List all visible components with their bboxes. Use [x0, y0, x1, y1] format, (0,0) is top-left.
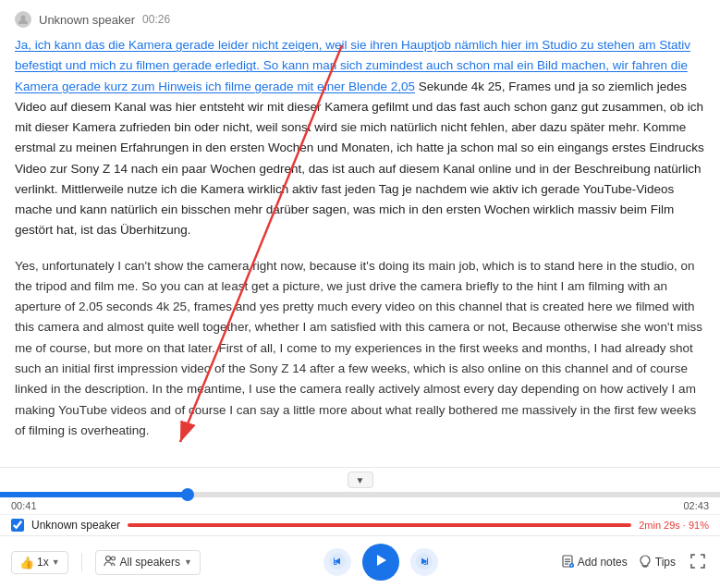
speakers-label: All speakers [120, 556, 180, 569]
speakers-button[interactable]: All speakers ▼ [95, 550, 201, 575]
speaker-checkbox[interactable] [11, 519, 24, 532]
add-notes-label: Add notes [578, 556, 628, 569]
svg-point-3 [105, 556, 110, 560]
speed-label: 1x [37, 556, 49, 569]
speaker-time: 00:26 [142, 13, 170, 26]
divider [81, 553, 82, 571]
speaker-track-bar [128, 523, 631, 527]
speed-button[interactable]: 👍 1x ▼ [11, 551, 68, 574]
chevron-down-icon: ▼ [356, 475, 365, 485]
transcript-de: Ja, ich kann das die Kamera gerade leide… [15, 35, 705, 241]
play-button[interactable] [362, 544, 399, 581]
add-notes-button[interactable]: + Add notes [561, 555, 628, 570]
speaker-track-stats: 2min 29s · 91% [639, 520, 709, 531]
speaker-track-name: Unknown speaker [31, 519, 120, 532]
collapse-button[interactable]: ▼ [348, 472, 373, 488]
progress-bar[interactable] [0, 492, 720, 497]
svg-text:+: + [570, 563, 573, 568]
rewind-icon: 3 [328, 552, 347, 573]
forward-icon: 3 [415, 552, 433, 573]
center-controls: 3 3 [201, 544, 561, 581]
time-labels: 00:41 02:43 [0, 497, 720, 514]
tips-label: Tips [655, 556, 676, 569]
progress-fill [0, 492, 188, 497]
forward-button[interactable]: 3 [410, 548, 438, 576]
time-current: 00:41 [11, 500, 37, 511]
time-total: 02:43 [683, 500, 709, 511]
bottom-controls: 👍 1x ▼ All speakers ▼ 3 [0, 535, 720, 588]
left-controls: 👍 1x ▼ All speakers ▼ [11, 550, 201, 575]
svg-marker-7 [377, 555, 386, 566]
tips-icon [639, 555, 652, 570]
svg-point-0 [21, 16, 26, 20]
expand-button[interactable] [687, 550, 709, 575]
speaker-name: Unknown speaker [39, 13, 135, 27]
speaker-avatar [15, 11, 31, 28]
right-controls: + Add notes Tips [561, 550, 709, 575]
rewind-button[interactable]: 3 [323, 548, 351, 576]
transcript-area: Unknown speaker 00:26 Ja, ich kann das d… [0, 0, 720, 467]
speaker-header: Unknown speaker 00:26 [15, 11, 705, 28]
svg-point-4 [111, 557, 115, 560]
progress-handle[interactable] [181, 488, 194, 501]
speakers-chevron-icon: ▼ [184, 557, 192, 567]
tips-button[interactable]: Tips [639, 555, 676, 570]
transcript-de-normal: Sekunde 4k 25, Frames und ja so ziemlich… [15, 80, 704, 238]
speakers-icon [104, 555, 116, 570]
transcript-de-highlighted: Ja, ich kann das die Kamera gerade leide… [15, 38, 322, 52]
play-icon [372, 552, 389, 572]
notes-icon: + [561, 555, 574, 570]
speaker-track-row: Unknown speaker 2min 29s · 91% [0, 514, 720, 535]
transcript-en: Yes, unfortunately I can't show the came… [15, 256, 705, 441]
speed-chevron-icon: ▼ [52, 557, 60, 567]
expand-icon [690, 557, 705, 571]
thumbs-up-icon: 👍 [19, 556, 34, 570]
progress-section: 00:41 02:43 [0, 492, 720, 514]
collapse-section: ▼ [0, 467, 720, 492]
